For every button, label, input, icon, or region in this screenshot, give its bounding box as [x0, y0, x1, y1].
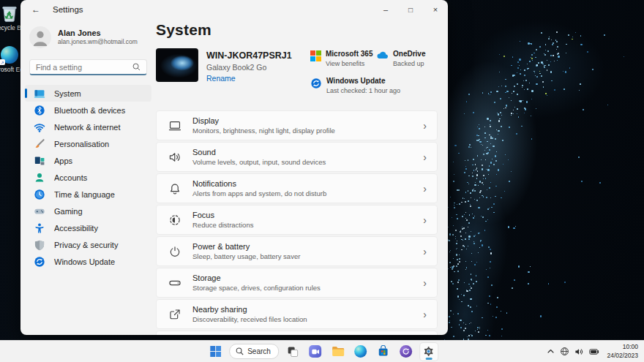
taskbar-search-label: Search [247, 347, 271, 355]
windows-logo-icon [210, 346, 221, 357]
settings-row-nearby-sharing[interactable]: Nearby sharingDiscoverability, received … [156, 299, 438, 329]
tray-chevron-icon[interactable] [547, 347, 555, 355]
tile-microsoft-365[interactable]: Microsoft 365 View benefits [310, 50, 375, 68]
task-view-icon [287, 346, 299, 358]
window-titlebar[interactable]: ← Settings – □ × [20, 0, 448, 19]
tile-title: Windows Update [326, 77, 400, 86]
start-button[interactable] [206, 343, 224, 361]
windows-update-icon [34, 256, 45, 268]
settings-app-button[interactable] [420, 343, 438, 361]
bluetooth-icon [34, 105, 45, 116]
taskbar-clock[interactable]: 10:00 24/02/2023 [607, 343, 638, 359]
row-subtitle: Reduce distractions [192, 221, 253, 229]
settings-row-storage[interactable]: StorageStorage space, drives, configurat… [156, 268, 438, 298]
store-icon [377, 345, 389, 358]
row-title: Notifications [192, 179, 326, 188]
row-subtitle: Discoverability, received files location [192, 315, 307, 323]
sidebar-item-label: Windows Update [54, 257, 115, 266]
row-title: Nearby sharing [192, 305, 307, 314]
account-profile[interactable]: Alan Jones alan.jones.wm@hotmail.com [29, 26, 147, 48]
taskbar: Search [0, 340, 644, 362]
back-button[interactable]: ← [25, 4, 47, 15]
battery-icon[interactable] [589, 347, 599, 356]
sidebar-item-accounts[interactable]: Accounts [25, 169, 151, 186]
edge-icon [354, 345, 367, 358]
tile-title: Microsoft 365 [326, 50, 372, 59]
minimize-button[interactable]: – [373, 0, 398, 19]
window-title: Settings [53, 5, 83, 14]
edge-icon: ↗ [0, 45, 19, 64]
row-subtitle: Volume levels, output, input, sound devi… [192, 158, 326, 166]
chevron-right-icon: › [423, 121, 427, 131]
chat-teams-button[interactable] [307, 343, 324, 361]
sidebar-item-time-language[interactable]: Time & language [25, 186, 151, 203]
sidebar-item-system[interactable]: System [25, 85, 151, 102]
sidebar-item-bluetooth-devices[interactable]: Bluetooth & devices [25, 102, 151, 118]
volume-icon[interactable] [574, 347, 584, 356]
settings-row-display[interactable]: DisplayMonitors, brightness, night light… [156, 110, 438, 140]
device-header: WIN-JKOR47PSRJ1 Galaxy Book2 Go Rename M… [156, 48, 438, 95]
edge-browser-button[interactable] [352, 343, 370, 361]
power-icon [168, 245, 181, 258]
paintbrush-icon [34, 138, 45, 150]
rename-link[interactable]: Rename [206, 74, 292, 83]
sidebar-item-personalisation[interactable]: Personalisation [25, 135, 151, 152]
maximize-button[interactable]: □ [398, 0, 423, 19]
microsoft-store-button[interactable] [375, 343, 392, 361]
settings-rows: DisplayMonitors, brightness, night light… [156, 110, 438, 335]
speaker-icon [168, 151, 181, 164]
chevron-right-icon: › [423, 184, 427, 194]
shield-icon [34, 239, 45, 251]
tile-windows-update[interactable]: Windows Update Last checked: 1 hour ago [310, 77, 438, 95]
search-input[interactable]: Find a setting [29, 59, 147, 75]
task-view-button[interactable] [284, 343, 302, 361]
sidebar-item-label: Accessibility [54, 224, 98, 233]
sidebar-item-windows-update[interactable]: Windows Update [25, 253, 151, 270]
close-button[interactable]: × [423, 0, 448, 19]
settings-row-sound[interactable]: SoundVolume levels, output, input, sound… [156, 142, 438, 172]
row-subtitle: Alerts from apps and system, do not dist… [192, 189, 326, 197]
account-email: alan.jones.wm@hotmail.com [58, 38, 138, 46]
sidebar-item-privacy-security[interactable]: Privacy & security [25, 236, 151, 253]
recycle-bin-icon [0, 4, 19, 23]
taskbar-search[interactable]: Search [229, 344, 279, 359]
sidebar-item-gaming[interactable]: Gaming [25, 203, 151, 219]
settings-sidebar: Alan Jones alan.jones.wm@hotmail.com Fin… [20, 19, 156, 335]
desktop: Recycle Bin ↗ Microsoft Edge ← Settings … [0, 0, 644, 362]
tile-onedrive[interactable]: OneDrive Backed up [376, 50, 438, 68]
page-title: System [156, 21, 438, 39]
running-app-indicator [425, 358, 432, 360]
sidebar-nav: System Bluetooth & devices Network & int… [20, 85, 156, 270]
settings-row-focus[interactable]: FocusReduce distractions › [156, 205, 438, 235]
display-icon [168, 119, 181, 132]
sidebar-item-label: Apps [54, 157, 72, 165]
windows-update-icon [310, 78, 322, 89]
search-icon [132, 63, 141, 71]
microsoft-365-icon [310, 50, 321, 61]
focus-icon [168, 214, 181, 227]
chevron-right-icon: › [423, 215, 427, 225]
tile-subtitle: View benefits [326, 60, 372, 69]
search-icon [236, 347, 244, 355]
sidebar-item-label: Network & internet [54, 123, 120, 132]
share-icon [168, 308, 181, 321]
clock-icon [34, 189, 45, 200]
network-globe-icon[interactable] [560, 347, 569, 356]
settings-row-multi-tasking[interactable]: Multi-taskingSnap windows, desktops, tas… [156, 331, 438, 335]
sidebar-item-accessibility[interactable]: Accessibility [25, 219, 151, 236]
circle-arrow-app-button[interactable] [397, 343, 415, 361]
file-explorer-button[interactable] [329, 343, 347, 361]
onedrive-icon [376, 50, 389, 59]
row-title: Display [192, 116, 335, 125]
row-title: Storage [192, 274, 321, 282]
sidebar-item-label: Personalisation [54, 140, 109, 148]
clock-date: 24/02/2023 [607, 352, 638, 360]
sidebar-item-apps[interactable]: Apps [25, 152, 151, 169]
device-model: Galaxy Book2 Go [206, 63, 292, 72]
sidebar-item-label: Accounts [54, 173, 87, 182]
chevron-right-icon: › [423, 278, 427, 288]
apps-icon [34, 155, 45, 167]
settings-row-power-battery[interactable]: Power & batterySleep, battery usage, bat… [156, 236, 438, 266]
sidebar-item-network-internet[interactable]: Network & internet [25, 118, 151, 135]
settings-row-notifications[interactable]: NotificationsAlerts from apps and system… [156, 173, 438, 203]
